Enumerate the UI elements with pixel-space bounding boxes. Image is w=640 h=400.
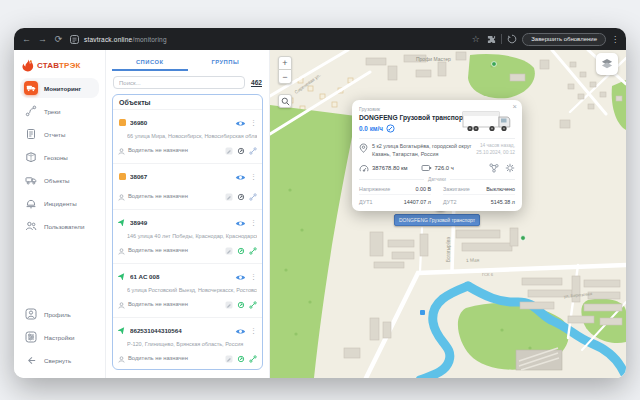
objects-counter[interactable]: 462 [251, 79, 262, 86]
sidebar-footer-menu: Профиль Настройки Свернуть [20, 304, 99, 370]
parking-poi-icon [420, 310, 425, 315]
status-moving-icon [118, 218, 126, 226]
toolbar-divider [501, 34, 502, 44]
sidebar-item-objects[interactable]: Объекты [20, 170, 99, 190]
locate-icon[interactable] [237, 295, 245, 313]
zoom-in-button[interactable]: + [278, 56, 292, 70]
sidebar-item-label: Отчеты [44, 131, 65, 138]
edit-icon[interactable] [225, 187, 233, 205]
browser-toolbar: ← → ⟳ stavtrack.online/monitoring ☆ Заве… [14, 28, 626, 50]
route-icon[interactable] [249, 187, 257, 205]
sidebar-item-incidents[interactable]: Инциденты [20, 193, 99, 213]
sidebar-item-collapse[interactable]: Свернуть [20, 350, 99, 370]
street-label: Богатырёва [446, 236, 451, 262]
sidebar-item-settings[interactable]: Настройки [20, 327, 99, 347]
sensor-row: ЗажиганиеВыключено [443, 182, 515, 195]
extensions-puzzle-icon[interactable] [486, 34, 496, 44]
url-host: stavtrack.online [84, 36, 132, 43]
map-layers-button[interactable] [596, 53, 618, 75]
sensor-row: ДУТ114407.07 л [359, 195, 431, 207]
logo-text: СТАВТРЭК [37, 61, 81, 70]
back-icon[interactable]: ← [21, 35, 32, 44]
show-on-map-eye-icon[interactable] [235, 321, 246, 339]
sensor-row: ДУТ25145.38 л [443, 195, 515, 207]
browser-window: ← → ⟳ stavtrack.online/monitoring ☆ Заве… [14, 28, 626, 378]
list-item[interactable]: 38949 ⋮ 146 улица 40 лет Победы, Краснод… [113, 209, 262, 263]
map-canvas[interactable]: Сиреневая ул. Богатырёва 1 Мая ул. Бирюз… [270, 50, 626, 378]
route-icon[interactable] [249, 349, 257, 367]
reports-icon [24, 127, 38, 141]
locate-icon[interactable] [237, 241, 245, 259]
list-item[interactable]: 38067 ⋮ Водитель не назначен [113, 163, 262, 209]
popup-address: 5 к2 улица Богатырёва, городской округ К… [372, 143, 472, 158]
bookmark-star-icon[interactable]: ☆ [470, 35, 481, 44]
sync-icon[interactable] [507, 34, 517, 44]
show-on-map-eye-icon[interactable] [235, 113, 246, 131]
edit-icon[interactable] [225, 141, 233, 159]
engine-hours-icon [421, 164, 432, 172]
magnifier-icon [281, 97, 290, 106]
finish-update-button[interactable]: Завершить обновление [522, 33, 606, 46]
locate-icon[interactable] [237, 187, 245, 205]
item-menu-icon[interactable]: ⋮ [250, 119, 257, 126]
settings-icon [24, 330, 38, 344]
show-on-map-eye-icon[interactable] [235, 267, 246, 285]
sidebar-item-reports[interactable]: Отчеты [20, 124, 99, 144]
search-input[interactable] [113, 76, 245, 89]
settings-gear-icon[interactable] [505, 163, 515, 173]
address-bar[interactable]: stavtrack.online/monitoring [84, 36, 167, 43]
driver-icon [118, 187, 125, 205]
status-parked-icon [118, 172, 126, 180]
logo[interactable]: СТАВТРЭК [20, 57, 99, 78]
truck-photo [462, 109, 514, 135]
sensor-row: Напряжение0.00 В [359, 182, 431, 195]
zoom-out-button[interactable]: − [278, 70, 292, 84]
status-moving-icon [118, 326, 126, 334]
tab-list[interactable]: СПИСОК [112, 56, 188, 71]
route-icon[interactable] [249, 241, 257, 259]
objects-list: Объекты 36980 ⋮ 66 улица Мира, Новосибир… [112, 94, 263, 370]
route-icon[interactable] [249, 141, 257, 159]
edit-icon[interactable] [225, 241, 233, 259]
map-search-button[interactable] [278, 94, 292, 108]
list-item[interactable]: 61 АС 008 ⋮ 6 улица Ростовский Выезд, Но… [113, 263, 262, 317]
sidebar-item-label: Профиль [44, 311, 71, 318]
vehicle-marker-label[interactable]: DONGFENG Грузовой транспорт [394, 214, 480, 226]
show-on-map-eye-icon[interactable] [235, 167, 246, 185]
edit-icon[interactable] [225, 295, 233, 313]
sensors-nodes-icon[interactable] [489, 163, 499, 173]
popup-last-update: 14 часов назад, 25.10.2024, 00:12 [476, 143, 515, 158]
list-item[interactable]: 862531044310564 ⋮ Р-120, Глинищево, Брян… [113, 317, 262, 369]
item-menu-icon[interactable]: ⋮ [250, 173, 257, 180]
sidebar-item-label: Геозоны [44, 154, 68, 161]
show-on-map-eye-icon[interactable] [235, 213, 246, 231]
sidebar-item-tracks[interactable]: Треки [20, 101, 99, 121]
locate-icon[interactable] [237, 349, 245, 367]
sensors-grid: Напряжение0.00 В ЗажиганиеВыключено ДУТ1… [359, 182, 515, 207]
sidebar-item-label: Треки [44, 108, 60, 115]
route-icon[interactable] [249, 295, 257, 313]
tab-groups[interactable]: ГРУППЫ [188, 56, 264, 71]
driver-icon [118, 141, 125, 159]
reload-icon[interactable]: ⟳ [53, 35, 64, 44]
sidebar-item-monitoring[interactable]: Мониторинг [20, 78, 99, 98]
sidebar-item-profile[interactable]: Профиль [20, 304, 99, 324]
list-item[interactable]: 36980 ⋮ 66 улица Мира, Новосибирск, Ново… [113, 109, 262, 163]
driver-icon [118, 241, 125, 259]
odometer-value: 387678.80 км [372, 165, 408, 171]
profile-icon [24, 307, 38, 321]
sidebar-item-users[interactable]: Пользователи [20, 216, 99, 236]
park-poi-icon [521, 236, 526, 241]
odometer-icon [359, 164, 369, 173]
ignition-key-icon [386, 124, 395, 133]
sidebar-item-geofences[interactable]: Геозоны [20, 147, 99, 167]
locate-icon[interactable] [237, 141, 245, 159]
item-menu-icon[interactable]: ⋮ [250, 327, 257, 334]
edit-icon[interactable] [225, 349, 233, 367]
site-info-icon[interactable] [69, 34, 79, 44]
engine-hours-value: 726.0 ч [435, 165, 454, 171]
browser-menu-icon[interactable]: ⋮ [611, 35, 619, 44]
forward-icon[interactable]: → [37, 35, 48, 44]
item-menu-icon[interactable]: ⋮ [250, 273, 257, 280]
item-menu-icon[interactable]: ⋮ [250, 219, 257, 226]
